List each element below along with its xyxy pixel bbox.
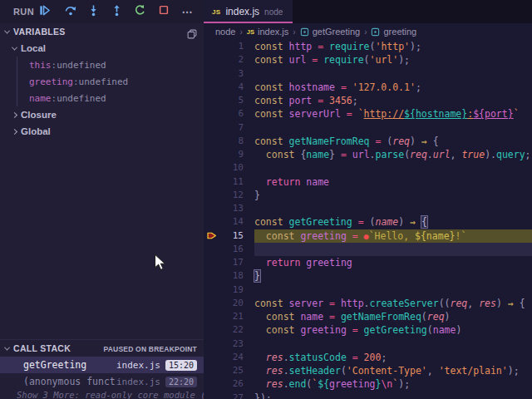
breakpoint-gutter[interactable] (204, 81, 219, 94)
debug-step-into-button[interactable] (83, 3, 103, 20)
line-number[interactable]: 12 (219, 189, 254, 202)
debug-step-out-button[interactable] (106, 3, 126, 20)
line-number[interactable]: 6 (219, 107, 254, 121)
line-number[interactable]: 9 (219, 148, 254, 161)
code-text[interactable] (254, 243, 532, 256)
line-number[interactable]: 14 (219, 215, 254, 229)
line-number[interactable]: 20 (219, 297, 254, 310)
debug-stop-button[interactable] (154, 3, 174, 20)
breakpoint-gutter[interactable] (204, 161, 219, 175)
line-number[interactable]: 27 (219, 392, 254, 399)
code-line-20[interactable]: 20const server = http.createServer((req,… (204, 297, 532, 310)
line-number[interactable]: 16 (219, 243, 254, 256)
code-text[interactable]: } (254, 269, 532, 283)
breadcrumb-item-greeting[interactable]: greeting (371, 27, 416, 37)
code-line-21[interactable]: 21 const name = getNameFromReq(req) (204, 310, 532, 323)
line-number[interactable]: 11 (219, 175, 254, 189)
line-number[interactable]: 23 (219, 337, 254, 351)
code-line-5[interactable]: 5const port = 3456; (204, 94, 532, 107)
code-line-15[interactable]: 15 const greeting = ●`Hello, ${name}!` (204, 229, 532, 243)
variable-row-this[interactable]: this: undefined (17, 57, 204, 73)
breakpoint-gutter[interactable] (204, 364, 219, 377)
debug-continue-button[interactable] (34, 3, 54, 20)
code-line-4[interactable]: 4const hostname = '127.0.0.1'; (204, 81, 532, 94)
call-stack-frame--anonymous-function-[interactable]: (anonymous function)index.js22:20 (0, 373, 204, 390)
line-number[interactable]: 24 (219, 351, 254, 364)
breakpoint-gutter[interactable] (204, 121, 219, 135)
variables-group-local[interactable]: Local (0, 40, 204, 57)
code-line-3[interactable]: 3 (204, 67, 532, 81)
line-number[interactable]: 7 (219, 121, 254, 135)
line-number[interactable]: 3 (219, 67, 254, 81)
line-number[interactable]: 1 (219, 40, 254, 53)
code-text[interactable]: }); (254, 392, 532, 399)
code-line-25[interactable]: 25 res.setHeader('Content-Type', 'text/p… (204, 364, 532, 377)
breakpoint-gutter[interactable] (204, 202, 219, 215)
code-line-14[interactable]: 14const getGreeting = (name) ⇒ { (204, 215, 532, 229)
variable-row-greeting[interactable]: greeting: undefined (17, 73, 204, 90)
code-text[interactable]: const hostname = '127.0.0.1'; (254, 81, 532, 94)
breadcrumb-item-getgreeting[interactable]: getGreeting (300, 27, 360, 37)
code-text[interactable]: const getNameFromReq = (req) ⇒ { (254, 135, 532, 148)
code-line-23[interactable]: 23 (204, 337, 532, 351)
debug-restart-button[interactable] (130, 3, 150, 20)
code-text[interactable]: const server = http.createServer((req, r… (254, 297, 532, 310)
breakpoint-gutter[interactable] (204, 107, 219, 121)
breakpoint-gutter[interactable] (204, 148, 219, 161)
code-line-27[interactable]: 27}); (204, 392, 532, 399)
code-line-2[interactable]: 2const url = require('url'); (204, 53, 532, 66)
breakpoint-gutter[interactable] (204, 67, 219, 81)
code-line-24[interactable]: 24 res.statusCode = 200; (204, 351, 532, 364)
code-line-10[interactable]: 10 (204, 161, 532, 175)
current-frame-icon[interactable] (204, 229, 219, 243)
code-text[interactable] (254, 337, 532, 351)
code-text[interactable]: const url = require('url'); (254, 53, 532, 66)
breakpoint-gutter[interactable] (204, 243, 219, 256)
line-number[interactable]: 17 (219, 256, 254, 269)
code-text[interactable]: const http = require('http'); (254, 40, 532, 53)
line-number[interactable]: 26 (219, 377, 254, 391)
variables-group-closure[interactable]: Closure (0, 106, 204, 123)
line-number[interactable]: 13 (219, 202, 254, 215)
line-number[interactable]: 2 (219, 53, 254, 66)
code-text[interactable]: const greeting = ●`Hello, ${name}!` (254, 229, 532, 243)
code-line-12[interactable]: 12} (204, 189, 532, 202)
breadcrumb-item-index-js[interactable]: JSindex.js (247, 27, 288, 37)
code-text[interactable]: res.end(`${greeting}\n`); (254, 377, 532, 391)
breakpoint-gutter[interactable] (204, 269, 219, 283)
call-stack-header[interactable]: CALL STACK PAUSED ON BREAKPOINT (0, 340, 204, 357)
line-number[interactable]: 8 (219, 135, 254, 148)
breakpoint-gutter[interactable] (204, 297, 219, 310)
debug-more-actions-button[interactable]: ⋯ (177, 3, 197, 20)
breakpoint-gutter[interactable] (204, 215, 219, 229)
code-line-9[interactable]: 9 const {name} = url.parse(req.url, true… (204, 148, 532, 161)
code-text[interactable]: res.statusCode = 200; (254, 351, 532, 364)
code-line-17[interactable]: 17 return greeting (204, 256, 532, 269)
code-line-22[interactable]: 22 const greeting = getGreeting(name) (204, 323, 532, 337)
code-text[interactable]: const {name} = url.parse(req.url, true).… (254, 148, 532, 161)
breakpoint-gutter[interactable] (204, 310, 219, 323)
breakpoint-gutter[interactable] (204, 189, 219, 202)
breakpoint-gutter[interactable] (204, 283, 219, 297)
line-number[interactable]: 18 (219, 269, 254, 283)
breakpoint-gutter[interactable] (204, 377, 219, 391)
line-number[interactable]: 22 (219, 323, 254, 337)
code-text[interactable]: const getGreeting = (name) ⇒ { (254, 215, 532, 229)
tab-index-js[interactable]: JS index.js node (204, 0, 293, 23)
breakpoint-gutter[interactable] (204, 337, 219, 351)
code-line-26[interactable]: 26 res.end(`${greeting}\n`); (204, 377, 532, 391)
breakpoint-gutter[interactable] (204, 323, 219, 337)
code-line-7[interactable]: 7 (204, 121, 532, 135)
code-editor[interactable]: 1const http = require('http');2const url… (204, 40, 532, 399)
line-number[interactable]: 10 (219, 161, 254, 175)
code-text[interactable] (254, 121, 532, 135)
code-text[interactable]: } (254, 189, 532, 202)
line-number[interactable]: 25 (219, 364, 254, 377)
open-editors-icon[interactable] (187, 27, 197, 42)
line-number[interactable]: 21 (219, 310, 254, 323)
code-line-8[interactable]: 8const getNameFromReq = (req) ⇒ { (204, 135, 532, 148)
code-text[interactable]: const greeting = getGreeting(name) (254, 323, 532, 337)
breakpoint-gutter[interactable] (204, 40, 219, 53)
breakpoint-gutter[interactable] (204, 135, 219, 148)
breakpoint-gutter[interactable] (204, 94, 219, 107)
